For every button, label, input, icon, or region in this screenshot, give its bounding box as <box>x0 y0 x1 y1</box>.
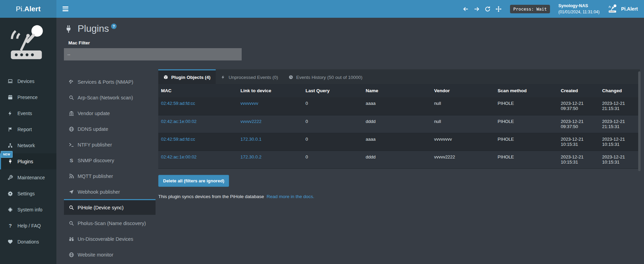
plugin-nav-item-vendor-update[interactable]: Vendor update <box>64 105 156 121</box>
vendor-cell: null <box>431 97 495 115</box>
refresh-icon[interactable] <box>484 6 491 12</box>
col-vendor: Vendor <box>431 84 495 97</box>
plugin-nav-item-snmp[interactable]: S SNMP discovery <box>64 152 156 168</box>
plugin-nav-item-ddns[interactable]: DDNS update <box>64 121 156 136</box>
sidebar-item-settings[interactable]: Settings <box>0 185 56 202</box>
process-status-badge: Process: Wait <box>510 5 550 13</box>
scrollbar[interactable] <box>638 71 641 171</box>
sidebar-item-label: Presence <box>17 95 38 100</box>
col-link-to-device: Link to device <box>238 84 303 97</box>
delete-all-button[interactable]: Delete all (filters are ignored) <box>158 175 229 187</box>
brand-prefix: Pi. <box>16 5 24 13</box>
sidebar-item-events[interactable]: Events <box>0 105 56 121</box>
plugin-objects-table: MAC Link to device Last Query Name Vendo… <box>158 84 640 169</box>
sidebar-item-label: Donations <box>17 239 39 245</box>
sidebar-item-presence[interactable]: Presence <box>0 89 56 105</box>
tab-label: Unprocessed Events (0) <box>229 75 278 80</box>
plugin-nav-item-ntfy[interactable]: NTFY publisher <box>64 136 156 152</box>
plugin-nav-item-mqtt[interactable]: MQTT publisher <box>64 168 156 183</box>
sidebar-item-label: Maintenance <box>17 175 45 180</box>
sidebar-item-report[interactable]: Report <box>0 121 56 137</box>
created-cell: 2023-12-21 10:15:31 <box>558 133 599 151</box>
sidebar-item-devices[interactable]: Devices <box>0 73 56 89</box>
sidebar-item-donations[interactable]: Donations <box>0 234 56 250</box>
plugin-nav-label: Webhook publisher <box>78 189 120 195</box>
table-row: 02:42:ac:1e:00:02 172.30.0.2 0 dddd vvvv… <box>158 151 640 168</box>
sidebar-item-maintenance[interactable]: Maintenance <box>0 169 56 185</box>
mac-filter-label: Mac Filter <box>68 40 644 45</box>
sidebar-item-label: System info <box>17 207 42 212</box>
app-logo[interactable]: Pi.Alert <box>0 0 56 18</box>
hamburger-icon <box>63 6 68 7</box>
plugin-nav-item-website-monitor[interactable]: Website monitor <box>64 246 156 262</box>
cube-icon <box>163 75 168 80</box>
tab-bar: Plugin Objects (4) Unprocessed Events (0… <box>158 69 640 84</box>
satellite-dish-icon <box>69 79 74 85</box>
top-navbar: Pi.Alert Process: Wait Synology-NAS (01/… <box>0 0 644 18</box>
table-row: 02:42:ac:1e:00:02 vvvvv2222 0 dddd null … <box>158 115 640 133</box>
changed-cell: 2023-12-21 10:15:31 <box>600 133 640 151</box>
name-cell: dddd <box>363 151 431 168</box>
plugin-nav-item-nmap[interactable]: Services & Ports (NMAP) <box>64 73 156 89</box>
app-brand-right[interactable]: Pi.Alert <box>608 4 638 14</box>
sidebar-item-label: Devices <box>17 79 35 84</box>
mac-link[interactable]: 02:42:59:ad:fd:cc <box>161 101 195 106</box>
host-time: (01/01/2024, 11:31:04) <box>558 9 600 15</box>
heart-icon <box>8 239 13 245</box>
plugin-nav-item-pihole[interactable]: PiHole (Device sync) <box>64 199 156 215</box>
vendor-cell: vvvvv2222 <box>431 151 495 168</box>
plugin-nav-item-pholus[interactable]: Pholus-Scan (Name discovery) <box>64 215 156 231</box>
mac-filter-input[interactable] <box>64 48 242 60</box>
plugin-nav-label: Vendor update <box>78 111 110 116</box>
globe-icon <box>69 126 74 132</box>
docs-link[interactable]: Read more in the docs. <box>267 194 314 199</box>
col-last-query: Last Query <box>303 84 363 97</box>
router-icon <box>608 4 618 14</box>
scan-method-cell: PIHOLE <box>495 97 558 115</box>
paper-plane-icon <box>69 189 74 195</box>
plugin-nav-item-webhook[interactable]: Webhook publisher <box>64 183 156 199</box>
col-changed: Changed <box>600 84 640 97</box>
pialert-logo <box>7 22 50 66</box>
mac-link[interactable]: 02:42:ac:1e:00:02 <box>161 119 197 124</box>
device-link[interactable]: 172.30.0.2 <box>240 154 261 159</box>
device-link[interactable]: 172.30.0.1 <box>240 137 261 142</box>
binoculars-icon <box>69 236 74 242</box>
plugin-nav-item-arpscan[interactable]: Arp-Scan (Network scan) <box>64 89 156 105</box>
last-query-cell: 0 <box>303 151 363 168</box>
col-scan-method: Scan method <box>495 84 558 97</box>
globe-icon <box>69 252 74 258</box>
table-header-row: MAC Link to device Last Query Name Vendo… <box>158 84 640 97</box>
vendor-cell: null <box>431 115 495 133</box>
sidebar-item-system-info[interactable]: System info <box>0 202 56 218</box>
device-link[interactable]: vvvvvvvv <box>240 101 258 106</box>
plugin-nav-list: Services & Ports (NMAP) Arp-Scan (Networ… <box>64 69 156 262</box>
mac-link[interactable]: 02:42:59:ad:fd:cc <box>161 137 195 142</box>
changed-cell: 2023-12-21 10:15:31 <box>600 151 640 168</box>
table-row: 02:42:59:ad:fd:cc 172.30.0.1 0 aaaa vvvv… <box>158 133 640 151</box>
search-icon <box>69 221 74 226</box>
tab-events-history[interactable]: Events History (50 out of 10000) <box>283 69 368 84</box>
sidebar-item-label: Network <box>17 143 35 148</box>
terminal-icon <box>69 142 74 148</box>
sidebar-item-help-faq[interactable]: ? Help / FAQ <box>0 218 56 234</box>
table-row: 02:42:59:ad:fd:cc vvvvvvvv 0 aaaa null P… <box>158 97 640 115</box>
plugin-detail-panel: Plugin Objects (4) Unprocessed Events (0… <box>158 69 640 199</box>
help-badge-icon[interactable]: ? <box>111 24 117 29</box>
arrow-right-icon[interactable] <box>473 6 480 12</box>
created-cell: 2023-12-21 09:37:50 <box>558 97 599 115</box>
col-name: Name <box>363 84 431 97</box>
tab-unprocessed-events[interactable]: Unprocessed Events (0) <box>216 69 283 84</box>
plugin-nav-item-undiscoverable[interactable]: Un-Discoverable Devices <box>64 231 156 246</box>
tab-plugin-objects[interactable]: Plugin Objects (4) <box>158 69 216 84</box>
scan-method-cell: PIHOLE <box>495 151 558 168</box>
move-icon[interactable] <box>495 6 502 12</box>
sidebar-toggle-button[interactable] <box>56 0 74 18</box>
col-created: Created <box>558 84 599 97</box>
device-link[interactable]: vvvvv2222 <box>240 119 261 124</box>
plugin-nav-label: Services & Ports (NMAP) <box>78 79 133 85</box>
arrow-left-icon[interactable] <box>462 6 469 12</box>
mac-link[interactable]: 02:42:ac:1e:00:02 <box>161 154 197 159</box>
plugin-nav-label: Un-Discoverable Devices <box>78 236 133 242</box>
plugin-nav-label: SNMP discovery <box>78 158 114 163</box>
